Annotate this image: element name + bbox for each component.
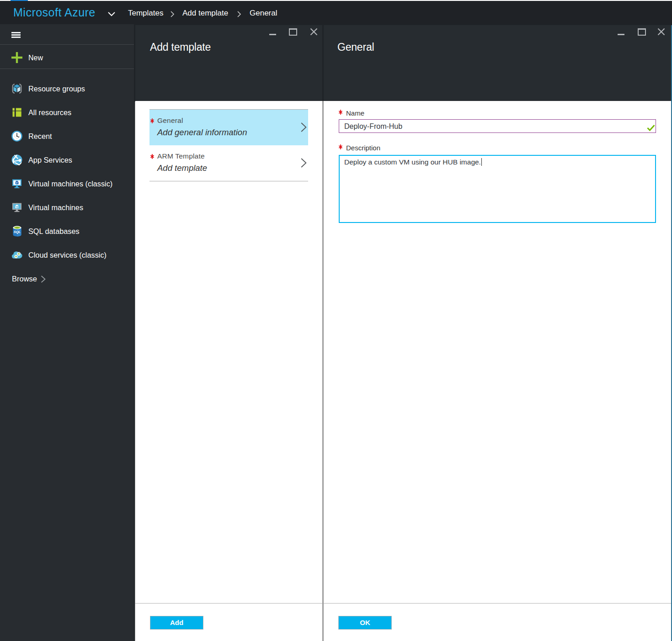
svg-text:SQL: SQL <box>14 230 21 234</box>
